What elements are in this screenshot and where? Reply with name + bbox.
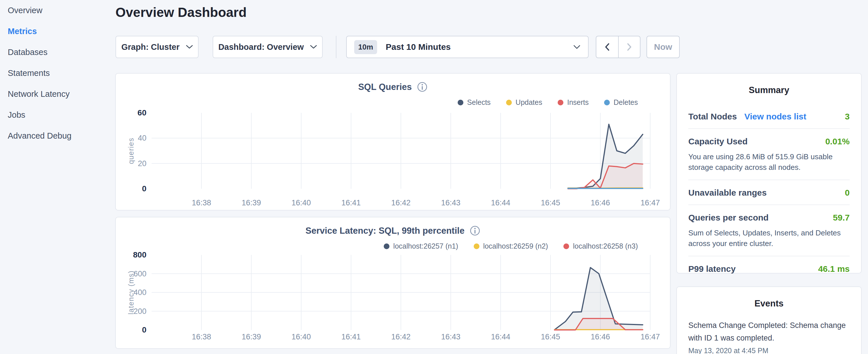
svg-text:16:47: 16:47 bbox=[641, 332, 660, 341]
legend-label: Selects bbox=[467, 98, 491, 106]
sidebar-item-statements[interactable]: Statements bbox=[0, 63, 115, 84]
svg-text:16:43: 16:43 bbox=[441, 332, 461, 341]
events-panel: Events Schema Change Completed: Schema c… bbox=[676, 286, 862, 354]
graph-dropdown[interactable]: Graph: Cluster bbox=[116, 36, 198, 58]
svg-text:queries: queries bbox=[127, 137, 135, 164]
svg-text:400: 400 bbox=[133, 288, 147, 297]
dashboard-dropdown[interactable]: Dashboard: Overview bbox=[213, 36, 323, 58]
legend-dot-icon bbox=[604, 100, 610, 105]
chart-legend: localhost:26257 (n1)localhost:26259 (n2)… bbox=[384, 242, 638, 250]
summary-label: Unavailable ranges bbox=[688, 188, 767, 198]
chevron-left-icon bbox=[604, 43, 610, 51]
legend-dot-icon bbox=[506, 100, 512, 105]
time-prev-button[interactable] bbox=[596, 36, 618, 58]
info-icon[interactable] bbox=[417, 82, 428, 92]
summary-panel: Summary Total Nodes View nodes list 3 Ca… bbox=[676, 73, 862, 273]
summary-row-unavailable-ranges: Unavailable ranges 0 bbox=[688, 180, 850, 204]
legend-dot-icon bbox=[474, 244, 479, 249]
legend-label: Updates bbox=[516, 98, 542, 106]
time-range-label: Past 10 Minutes bbox=[386, 42, 451, 52]
sidebar-item-metrics[interactable]: Metrics bbox=[0, 21, 115, 42]
svg-text:600: 600 bbox=[133, 269, 147, 278]
svg-text:200: 200 bbox=[133, 307, 147, 316]
legend-item: localhost:26259 (n2) bbox=[474, 242, 548, 250]
page-title: Overview Dashboard bbox=[116, 5, 247, 20]
legend-label: localhost:26259 (n2) bbox=[483, 242, 548, 250]
chart-title: SQL Queries bbox=[358, 82, 412, 92]
summary-label: Queries per second bbox=[688, 213, 769, 223]
sidebar-item-advanced-debug[interactable]: Advanced Debug bbox=[0, 125, 115, 147]
legend-item: localhost:26257 (n1) bbox=[384, 242, 458, 250]
legend-label: localhost:26258 (n3) bbox=[573, 242, 638, 250]
summary-value: 59.7 bbox=[833, 213, 850, 223]
summary-value: 46.1 ms bbox=[818, 264, 850, 274]
svg-text:16:42: 16:42 bbox=[391, 198, 411, 207]
summary-label: Total Nodes bbox=[688, 112, 737, 122]
svg-text:16:43: 16:43 bbox=[441, 198, 461, 207]
summary-subtext: Sum of Selects, Updates, Inserts, and De… bbox=[688, 228, 850, 249]
view-nodes-list-link[interactable]: View nodes list bbox=[744, 112, 806, 122]
chart-legend: SelectsUpdatesInsertsDeletes bbox=[458, 98, 638, 106]
svg-text:40: 40 bbox=[138, 134, 147, 142]
svg-text:16:42: 16:42 bbox=[391, 332, 411, 341]
legend-item: localhost:26258 (n3) bbox=[563, 242, 638, 250]
chevron-down-icon bbox=[573, 45, 581, 49]
svg-text:20: 20 bbox=[138, 159, 147, 168]
svg-text:16:46: 16:46 bbox=[591, 332, 610, 341]
summary-row-p99-latency: P99 latency 46.1 ms bbox=[688, 256, 850, 281]
legend-dot-icon bbox=[563, 244, 569, 249]
svg-text:16:40: 16:40 bbox=[291, 198, 311, 207]
svg-text:16:38: 16:38 bbox=[192, 198, 211, 207]
chevron-right-icon bbox=[626, 43, 632, 51]
summary-row-queries-per-second: Queries per second 59.7 bbox=[688, 205, 850, 229]
event-message: Schema Change Completed: Schema change w… bbox=[688, 319, 850, 344]
svg-text:16:39: 16:39 bbox=[242, 198, 261, 207]
summary-value: 0.01% bbox=[825, 137, 850, 147]
sql-queries-card: SQL Queries SelectsUpdatesInsertsDeletes… bbox=[115, 73, 671, 211]
time-pager bbox=[596, 36, 641, 58]
time-range-dropdown[interactable]: 10m Past 10 Minutes bbox=[346, 36, 589, 58]
chart-title: Service Latency: SQL, 99th percentile bbox=[306, 226, 465, 236]
service-latency-card: Service Latency: SQL, 99th percentile lo… bbox=[115, 217, 671, 349]
legend-item: Updates bbox=[506, 98, 542, 106]
legend-item: Inserts bbox=[558, 98, 589, 106]
svg-text:0: 0 bbox=[142, 184, 147, 193]
svg-text:0: 0 bbox=[142, 325, 147, 334]
chevron-down-icon bbox=[310, 45, 317, 49]
svg-text:latency (ms): latency (ms) bbox=[127, 270, 135, 315]
event-timestamp: May 13, 2020 at 4:45 PM bbox=[688, 347, 850, 354]
summary-value: 0 bbox=[845, 188, 850, 198]
legend-item: Deletes bbox=[604, 98, 638, 106]
legend-label: Inserts bbox=[567, 98, 589, 106]
graph-dropdown-label: Graph: Cluster bbox=[121, 42, 179, 52]
summary-subtext: You are using 28.6 MiB of 515.9 GiB usab… bbox=[688, 152, 850, 173]
svg-text:16:41: 16:41 bbox=[341, 198, 361, 207]
summary-row-capacity-used: Capacity Used 0.01% bbox=[688, 129, 850, 153]
summary-row-total-nodes: Total Nodes View nodes list 3 bbox=[688, 104, 850, 128]
svg-text:800: 800 bbox=[133, 250, 147, 259]
sidebar-item-overview[interactable]: Overview bbox=[0, 0, 115, 21]
time-next-button bbox=[618, 36, 640, 58]
legend-label: localhost:26257 (n1) bbox=[393, 242, 458, 250]
summary-title: Summary bbox=[688, 74, 850, 95]
svg-text:16:40: 16:40 bbox=[291, 332, 311, 341]
svg-text:16:41: 16:41 bbox=[341, 332, 361, 341]
svg-text:16:46: 16:46 bbox=[591, 198, 610, 207]
legend-label: Deletes bbox=[614, 98, 638, 106]
summary-label: P99 latency bbox=[688, 264, 736, 274]
legend-dot-icon bbox=[558, 100, 563, 105]
sidebar-item-jobs[interactable]: Jobs bbox=[0, 104, 115, 125]
time-range-badge: 10m bbox=[354, 40, 377, 54]
sidebar-item-network-latency[interactable]: Network Latency bbox=[0, 84, 115, 104]
summary-label: Capacity Used bbox=[688, 137, 748, 147]
legend-dot-icon bbox=[384, 244, 390, 249]
toolbar: Graph: Cluster Dashboard: Overview 10m P… bbox=[116, 36, 680, 58]
svg-text:16:39: 16:39 bbox=[242, 332, 261, 341]
sidebar-item-databases[interactable]: Databases bbox=[0, 42, 115, 63]
info-icon[interactable] bbox=[470, 225, 480, 236]
svg-text:16:44: 16:44 bbox=[491, 198, 510, 207]
toolbar-divider bbox=[336, 36, 336, 58]
events-title: Events bbox=[688, 287, 850, 309]
dashboard-dropdown-label: Dashboard: Overview bbox=[218, 42, 304, 52]
svg-text:16:47: 16:47 bbox=[641, 198, 660, 207]
